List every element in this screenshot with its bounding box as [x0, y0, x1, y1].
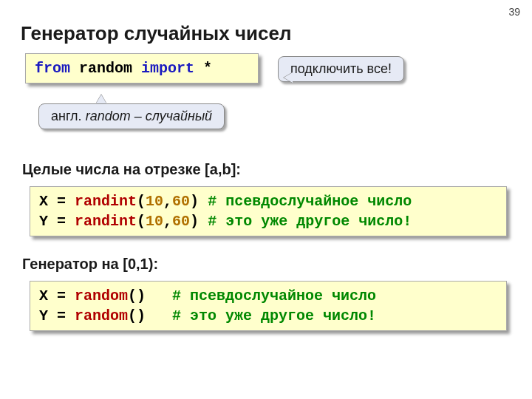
fn-random: random — [75, 287, 128, 304]
subheader-generator: Генератор на [0,1): — [22, 256, 158, 273]
page-number: 39 — [508, 6, 520, 18]
paren: () — [128, 307, 146, 324]
paren: ( — [137, 213, 146, 230]
code-text: Y = — [39, 307, 75, 324]
comma: , — [163, 193, 172, 210]
callout-tail-connect — [284, 72, 293, 83]
space — [146, 307, 172, 324]
code-import: from random import * — [25, 53, 259, 83]
number: 60 — [172, 193, 190, 210]
kw-from: from — [35, 60, 70, 77]
kw-import: import — [141, 60, 194, 77]
page-title: Генератор случайных чисел — [21, 22, 292, 45]
callout-english-tail: – случайный — [131, 109, 212, 123]
space — [199, 193, 208, 210]
space — [199, 213, 208, 230]
fn-randint: randint — [75, 193, 137, 210]
code-text: X = — [39, 287, 75, 304]
fn-randint: randint — [75, 213, 137, 230]
callout-english-prefix: англ. — [51, 109, 86, 123]
comment: # это уже другое число! — [208, 213, 412, 230]
callout-connect-all: подключить все! — [278, 56, 404, 82]
paren: () — [128, 287, 146, 304]
comment: # это уже другое число! — [172, 307, 376, 324]
comment: # псевдослучайное число — [172, 287, 376, 304]
code-randint: X = randint(10,60) # псевдослучайное чис… — [30, 186, 507, 236]
import-star: * — [203, 60, 212, 77]
number: 10 — [146, 193, 163, 210]
callout-english-word: random — [86, 109, 131, 123]
number: 10 — [146, 213, 163, 230]
code-random: X = random() # псевдослучайное число Y =… — [30, 281, 507, 331]
subheader-integers: Целые числа на отрезке [a,b]: — [22, 161, 241, 178]
comment: # псевдослучайное число — [208, 193, 412, 210]
paren: ) — [190, 213, 199, 230]
paren: ) — [190, 193, 199, 210]
code-text: X = — [39, 193, 75, 210]
callout-tail-english — [96, 95, 106, 103]
number: 60 — [172, 213, 190, 230]
fn-random: random — [75, 307, 128, 324]
callout-english: англ. random – случайный — [38, 103, 225, 129]
paren: ( — [137, 193, 146, 210]
space — [146, 287, 172, 304]
module-name: random — [79, 60, 132, 77]
comma: , — [163, 213, 172, 230]
code-text: Y = — [39, 213, 75, 230]
